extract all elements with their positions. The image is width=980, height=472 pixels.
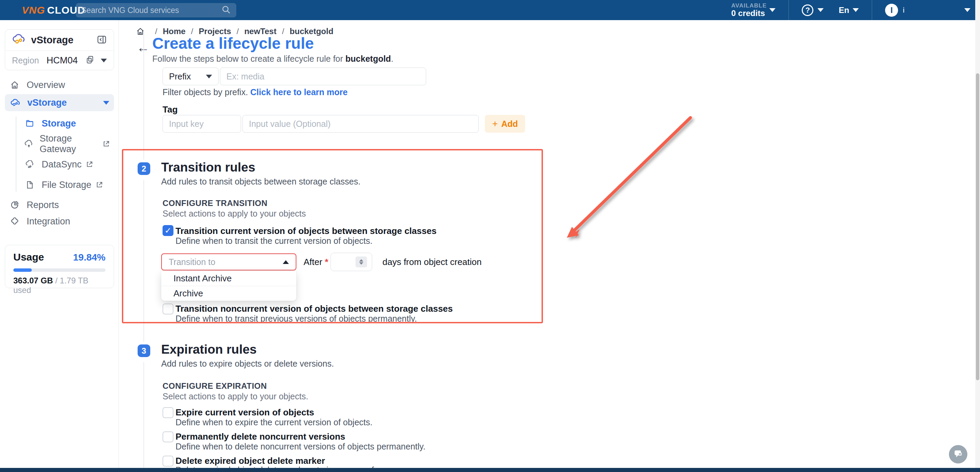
sidebar-item-label: DataSync xyxy=(42,159,82,170)
usage-progress-track xyxy=(13,268,105,272)
topbar-divider xyxy=(788,0,789,20)
collapse-sidebar-icon[interactable] xyxy=(97,35,107,46)
tag-key-input[interactable] xyxy=(169,119,235,129)
subtitle-bucket-name: bucketgold xyxy=(345,54,391,63)
option-archive[interactable]: Archive xyxy=(161,286,296,301)
language-selector[interactable]: En xyxy=(838,5,849,15)
sidebar-item-overview[interactable]: Overview xyxy=(0,77,119,93)
credits-caret-icon[interactable] xyxy=(769,8,775,12)
configure-expiration-hint: Select actions to apply to your objects. xyxy=(162,391,308,401)
folder-icon xyxy=(24,119,35,128)
global-search[interactable] xyxy=(76,3,236,17)
expire-current-checkbox[interactable] xyxy=(162,407,173,418)
subtitle-text: Follow the steps below to create a lifec… xyxy=(152,54,345,63)
sidebar-item-storage-gateway[interactable]: Storage Gateway xyxy=(0,136,119,152)
number-stepper[interactable] xyxy=(355,257,367,268)
account-caret-icon[interactable] xyxy=(964,8,970,12)
region-value: HCM04 xyxy=(46,55,86,66)
sidebar-item-reports[interactable]: Reports xyxy=(0,197,119,213)
sidebar-item-vstorage[interactable]: vStorage xyxy=(5,94,114,111)
transition-to-dropdown: Instant Archive Archive xyxy=(161,271,296,301)
days-number-input[interactable] xyxy=(331,253,372,271)
help-icon[interactable]: ? xyxy=(802,5,813,16)
required-asterisk: * xyxy=(325,257,328,267)
language-caret-icon[interactable] xyxy=(853,8,859,12)
sidebar-item-file-storage[interactable]: File Storage xyxy=(0,177,119,193)
delete-noncurrent-desc: Define when to delete noncurrent version… xyxy=(175,442,425,451)
usage-used: 363.07 GB xyxy=(13,276,53,285)
transition-to-select[interactable]: Transition to xyxy=(161,253,296,271)
check-icon: ✓ xyxy=(165,226,172,235)
top-navbar: VNGCLOUD AVAILABLE 0 credits ? En I i xyxy=(0,0,975,20)
expire-current-label: Expire current version of objects xyxy=(175,407,314,418)
credits-widget[interactable]: AVAILABLE 0 credits xyxy=(732,3,767,17)
prefix-hint: Filter objects by prefix. Click here to … xyxy=(162,87,348,97)
help-caret-icon[interactable] xyxy=(818,8,824,12)
home-icon xyxy=(9,80,21,90)
sidebar-item-label: Integration xyxy=(27,216,70,227)
prefix-type-select[interactable]: Prefix xyxy=(162,68,218,85)
user-name: i xyxy=(903,6,964,15)
sidebar-item-datasync[interactable]: DataSync xyxy=(0,156,119,173)
region-label: Region xyxy=(12,55,39,65)
usage-title: Usage xyxy=(13,251,73,263)
external-link-icon xyxy=(86,161,93,168)
option-instant-archive[interactable]: Instant Archive xyxy=(161,271,296,286)
credits-value: 0 credits xyxy=(732,9,767,17)
stepper-up-icon[interactable] xyxy=(359,259,363,261)
product-card: vStorage Region HCM04 xyxy=(5,29,114,70)
search-input[interactable] xyxy=(81,6,221,15)
step-2-badge: 2 xyxy=(138,162,150,175)
logo-vng-text: VNG xyxy=(22,5,45,16)
subtitle-period: . xyxy=(391,54,393,63)
transition-current-checkbox[interactable]: ✓ xyxy=(162,225,173,236)
sidebar-item-storage[interactable]: Storage xyxy=(0,115,119,131)
delete-noncurrent-checkbox[interactable] xyxy=(162,431,173,442)
sidebar: vStorage Region HCM04 Overview vStorage xyxy=(0,20,119,472)
scrollbar-track[interactable] xyxy=(975,0,980,472)
sidebar-item-label: vStorage xyxy=(27,98,103,108)
transition-current-label: Transition current version of objects be… xyxy=(175,226,436,236)
sidebar-item-label: Overview xyxy=(27,80,65,90)
copy-icon[interactable] xyxy=(86,55,95,65)
delete-marker-checkbox[interactable] xyxy=(162,456,173,467)
sidebar-item-integration[interactable]: Integration xyxy=(0,214,119,229)
scrollbar-thumb[interactable] xyxy=(976,73,979,380)
transition-noncurrent-label: Transition noncurrent version of objects… xyxy=(175,304,453,314)
delete-marker-label: Delete expired object delete marker xyxy=(175,456,325,466)
sidebar-item-label: Storage xyxy=(42,118,76,129)
delete-noncurrent-label: Permanently delete noncurrent versions xyxy=(175,431,345,442)
prefix-input[interactable] xyxy=(226,71,420,81)
step-connector-line xyxy=(143,30,144,160)
avatar[interactable]: I xyxy=(885,4,898,17)
step-3-badge: 3 xyxy=(138,344,150,357)
add-tag-button[interactable]: + Add xyxy=(485,115,525,133)
expire-current-desc: Define when to expire the current versio… xyxy=(175,417,372,427)
configure-transition-hint: Select actions to apply to your objects xyxy=(162,209,306,219)
transition-rules-title: Transition rules xyxy=(161,160,255,174)
usage-values: 363.07 GB / 1.79 TB used xyxy=(13,276,105,295)
product-name: vStorage xyxy=(31,35,97,46)
vstorage-icon xyxy=(10,98,21,107)
transition-noncurrent-checkbox[interactable] xyxy=(162,304,173,314)
avatar-initial: I xyxy=(891,5,893,15)
back-arrow-icon[interactable]: ← xyxy=(137,40,150,55)
tag-value-input[interactable] xyxy=(249,119,472,129)
chevron-down-icon xyxy=(103,101,109,105)
sidebar-item-label: File Storage xyxy=(42,180,92,190)
after-label: After * xyxy=(304,257,328,268)
stepper-down-icon[interactable] xyxy=(359,262,363,265)
usage-card: Usage 19.84% 363.07 GB / 1.79 TB used xyxy=(5,245,114,288)
page-subtitle: Follow the steps below to create a lifec… xyxy=(152,54,393,64)
plus-icon: + xyxy=(492,118,498,129)
add-button-label: Add xyxy=(501,119,518,129)
vstorage-cloud-icon xyxy=(12,34,25,47)
chat-support-button[interactable] xyxy=(949,445,967,464)
learn-more-link[interactable]: Click here to learn more xyxy=(250,87,348,97)
search-icon xyxy=(221,5,231,16)
step-connector-line xyxy=(143,362,144,469)
sidebar-item-label: Storage Gateway xyxy=(40,133,98,155)
region-caret-icon[interactable] xyxy=(101,59,107,62)
transition-to-placeholder: Transition to xyxy=(169,257,215,267)
transition-current-desc: Define when to transit the current versi… xyxy=(175,236,372,246)
